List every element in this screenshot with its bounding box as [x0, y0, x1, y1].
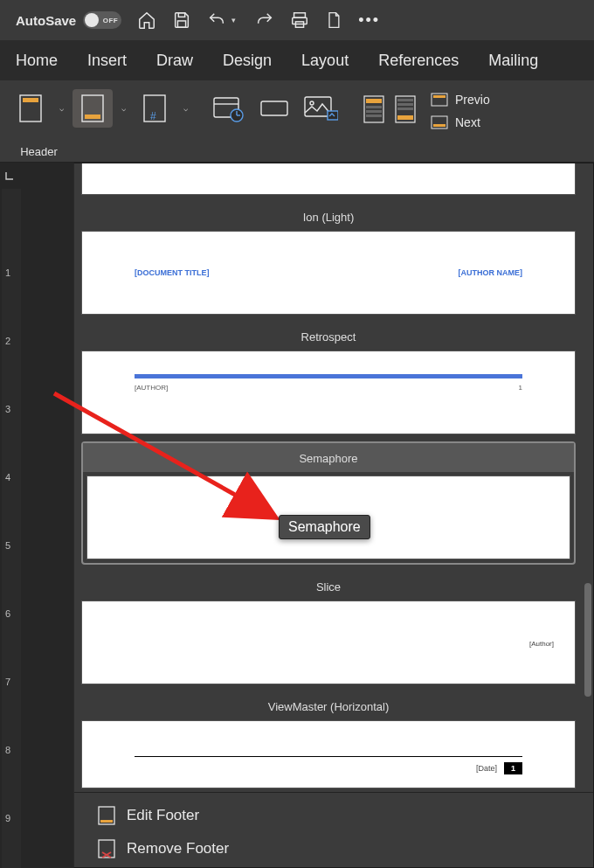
new-document-icon[interactable] — [325, 10, 342, 30]
ruler-mark: 6 — [5, 608, 10, 619]
prev-next-group: Previo Next — [431, 89, 490, 129]
redo-icon[interactable] — [255, 10, 274, 30]
svg-rect-29 — [397, 115, 413, 120]
quick-access-toolbar: ▾ ••• — [137, 10, 380, 30]
chevron-down-icon[interactable]: ⌵ — [118, 104, 129, 113]
footer-group: ⌵ — [73, 89, 129, 128]
svg-rect-33 — [433, 124, 446, 127]
svg-rect-21 — [366, 99, 382, 103]
svg-rect-3 — [293, 17, 307, 24]
gallery-item-semaphore[interactable]: Semaphore — [81, 441, 576, 565]
footer-button[interactable] — [73, 89, 113, 128]
ruler-mark: 1 — [5, 267, 10, 278]
ruler-mark: 9 — [5, 813, 10, 823]
tab-mailing[interactable]: Mailing — [488, 52, 538, 70]
svg-rect-24 — [366, 115, 382, 117]
pictures-button[interactable] — [303, 95, 338, 125]
header-label: Header — [20, 145, 58, 158]
date-time-button[interactable] — [211, 94, 245, 126]
gallery-item-ion-light[interactable]: Ion (Light) [DOCUMENT TITLE] [AUTHOR NAM… — [81, 202, 576, 315]
remove-footer-label: Remove Footer — [127, 840, 229, 858]
svg-rect-27 — [397, 103, 413, 106]
save-icon[interactable] — [172, 10, 191, 30]
retro-page: 1 — [519, 384, 522, 392]
svg-rect-31 — [433, 95, 446, 98]
tab-selector[interactable] — [2, 168, 17, 184]
scrollbar-thumb[interactable] — [584, 583, 591, 697]
gallery-footer-actions: Edit Footer Remove Footer — [74, 792, 593, 867]
previous-button[interactable]: Previo — [431, 93, 490, 107]
svg-rect-8 — [85, 115, 100, 119]
ruler-mark: 8 — [5, 745, 10, 755]
more-icon[interactable]: ••• — [358, 11, 380, 30]
gallery-item-title: Ion (Light) — [81, 202, 576, 231]
tooltip: Semaphore — [279, 515, 370, 539]
vm-date: [Date] — [476, 764, 497, 773]
chevron-down-icon[interactable]: ⌵ — [56, 104, 67, 113]
svg-rect-6 — [23, 98, 38, 102]
ruler-mark: 4 — [5, 472, 10, 483]
gallery-item-title: ViewMaster (Horizontal) — [81, 691, 576, 720]
page-number-group: # ⌵ — [135, 89, 191, 128]
undo-icon[interactable]: ▾ — [207, 10, 239, 30]
svg-rect-16 — [261, 101, 287, 115]
goto-footer-button[interactable] — [394, 94, 417, 128]
svg-rect-28 — [397, 108, 413, 110]
edit-footer-action[interactable]: Edit Footer — [97, 805, 593, 826]
insert-group — [211, 89, 338, 126]
toggle-off-text: OFF — [103, 17, 119, 24]
chevron-down-icon[interactable]: ⌵ — [180, 104, 191, 113]
header-group: ⌵ Header — [10, 89, 67, 158]
svg-rect-23 — [366, 110, 382, 113]
print-icon[interactable] — [290, 10, 309, 30]
svg-rect-2 — [294, 13, 306, 18]
goto-header-button[interactable] — [363, 94, 385, 128]
home-icon[interactable] — [137, 10, 156, 30]
svg-rect-0 — [179, 13, 185, 17]
ruler-mark: 7 — [5, 677, 10, 687]
svg-text:#: # — [150, 110, 156, 122]
gallery-item-title: Semaphore — [83, 443, 574, 472]
header-button[interactable] — [10, 89, 51, 128]
svg-rect-22 — [366, 106, 382, 108]
ruler-mark: 5 — [5, 540, 10, 551]
tab-insert[interactable]: Insert — [87, 52, 127, 70]
gallery-item[interactable] — [81, 163, 576, 195]
tab-draw[interactable]: Draw — [156, 52, 193, 70]
toggle-switch[interactable]: OFF — [83, 11, 121, 29]
next-button[interactable]: Next — [431, 115, 490, 129]
tab-design[interactable]: Design — [223, 52, 272, 70]
ion-doc-title: [DOCUMENT TITLE] — [135, 268, 210, 277]
navigation-group — [363, 89, 417, 128]
gallery-item-viewmaster[interactable]: ViewMaster (Horizontal) [Date] 1 — [81, 691, 576, 788]
svg-rect-1 — [178, 21, 186, 27]
document-info-button[interactable] — [259, 98, 289, 122]
gallery-item-slice[interactable]: Slice [Author] — [81, 572, 576, 684]
page-number-button[interactable]: # — [135, 89, 175, 128]
previous-label: Previo — [455, 93, 490, 107]
ruler-mark: 2 — [5, 336, 10, 346]
svg-rect-35 — [100, 820, 113, 823]
vertical-ruler — [0, 163, 23, 868]
tab-home[interactable]: Home — [16, 52, 58, 70]
chevron-down-icon[interactable]: ▾ — [228, 16, 239, 24]
remove-footer-action[interactable]: Remove Footer — [97, 838, 593, 859]
slice-author: [Author] — [529, 640, 554, 648]
gallery-item-title: Slice — [81, 572, 576, 601]
autosave-label: AutoSave — [16, 13, 76, 28]
ribbon: ⌵ Header ⌵ # ⌵ — [0, 80, 594, 163]
gallery-item-title: Retrospect — [81, 322, 576, 351]
tab-references[interactable]: References — [378, 52, 459, 70]
autosave-toggle[interactable]: AutoSave OFF — [16, 11, 121, 29]
ion-author-name: [AUTHOR NAME] — [459, 268, 523, 277]
svg-rect-26 — [397, 99, 413, 101]
svg-point-18 — [310, 101, 314, 105]
svg-rect-19 — [328, 111, 338, 120]
retro-author: [AUTHOR] — [135, 384, 168, 392]
ruler-mark: 3 — [5, 404, 10, 414]
next-label: Next — [455, 115, 480, 129]
tab-layout[interactable]: Layout — [301, 52, 349, 70]
ribbon-tabs: Home Insert Draw Design Layout Reference… — [0, 40, 594, 80]
gallery-item-retrospect[interactable]: Retrospect [AUTHOR] 1 — [81, 322, 576, 434]
titlebar: AutoSave OFF ▾ ••• — [0, 0, 594, 40]
